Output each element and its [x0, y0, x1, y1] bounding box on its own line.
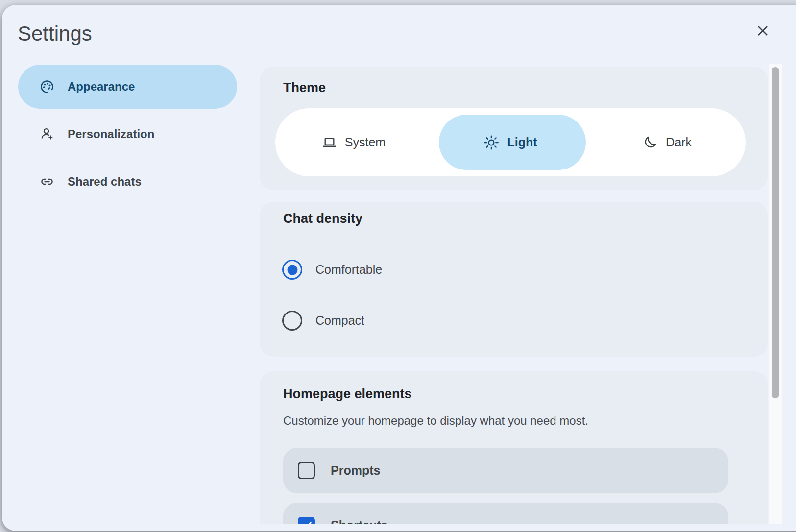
sidebar-item-label: Personalization — [68, 127, 154, 141]
dialog-title: Settings — [18, 22, 92, 46]
homepage-elements-section: Homepage elements Customize your homepag… — [260, 371, 768, 524]
radio-label: Comfortable — [315, 263, 382, 277]
sun-icon — [483, 135, 499, 150]
palette-icon — [40, 79, 54, 94]
theme-section-title: Theme — [283, 80, 326, 96]
radio-selected-icon — [282, 260, 302, 280]
sidebar-item-appearance[interactable]: Appearance — [18, 65, 237, 109]
checkbox-label: Shortcuts — [331, 518, 388, 524]
checkbox-label: Prompts — [331, 463, 380, 478]
homepage-elements-title: Homepage elements — [283, 387, 412, 402]
theme-option-system[interactable]: System — [275, 108, 432, 176]
density-option-compact[interactable]: Compact — [282, 311, 364, 331]
density-option-comfortable[interactable]: Comfortable — [282, 260, 382, 280]
homepage-item-shortcuts[interactable]: Shortcuts — [283, 503, 728, 524]
sidebar-item-personalization[interactable]: Personalization — [18, 112, 237, 156]
chat-density-section: Chat density Comfortable Compact — [260, 202, 768, 357]
person-sparkle-icon — [40, 127, 54, 142]
radio-label: Compact — [315, 314, 364, 328]
sidebar-item-shared-chats[interactable]: Shared chats — [18, 160, 237, 204]
checkbox-checked-icon — [298, 517, 315, 524]
chat-density-title: Chat density — [283, 211, 362, 226]
scrollbar-track[interactable] — [769, 64, 782, 524]
theme-option-label: System — [345, 135, 386, 149]
theme-option-label: Light — [507, 135, 537, 149]
settings-dialog: Settings Appearance — [2, 5, 796, 531]
moon-icon — [643, 135, 658, 150]
link-icon — [40, 174, 54, 189]
settings-nav: Appearance Personalization Shared ch — [18, 65, 237, 207]
theme-section: Theme System — [260, 67, 768, 190]
settings-content: Theme System — [260, 64, 768, 524]
theme-segmented-control: System Lig — [275, 108, 746, 176]
scrollbar-thumb[interactable] — [772, 67, 779, 398]
theme-option-light[interactable]: Light — [432, 108, 589, 176]
theme-option-label: Dark — [666, 135, 692, 149]
sidebar-item-label: Shared chats — [68, 175, 142, 189]
close-button[interactable] — [750, 19, 775, 43]
radio-unselected-icon — [282, 311, 302, 331]
checkbox-unchecked-icon — [298, 462, 315, 479]
close-icon — [755, 24, 770, 38]
theme-option-dark[interactable]: Dark — [589, 108, 746, 176]
homepage-item-prompts[interactable]: Prompts — [283, 448, 728, 493]
sidebar-item-label: Appearance — [68, 80, 135, 94]
homepage-elements-description: Customize your homepage to display what … — [283, 413, 588, 428]
laptop-icon — [322, 135, 337, 150]
